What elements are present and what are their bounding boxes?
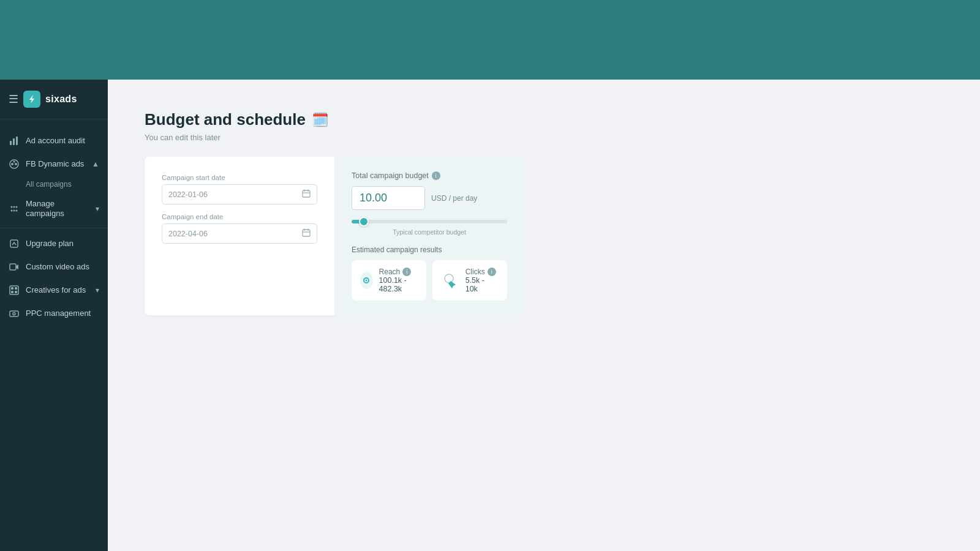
date-card: Campaign start date <box>145 157 334 315</box>
calendar-end-icon <box>302 228 311 239</box>
svg-point-6 <box>15 163 17 165</box>
svg-point-10 <box>11 209 13 211</box>
brand-name: sixads <box>45 94 77 105</box>
sidebar-item-manage-campaigns-label: Manage campaigns <box>26 199 89 218</box>
sidebar-item-custom-video-ads-label: Custom video ads <box>26 262 99 272</box>
svg-point-12 <box>16 206 18 208</box>
svg-point-5 <box>11 163 13 165</box>
campaign-end-group: Campaign end date <box>162 213 317 244</box>
sidebar-sub-item-all-campaigns[interactable]: All campaigns <box>0 176 108 193</box>
estimated-label: Estimated campaign results <box>352 246 507 254</box>
sidebar: ☰ sixads Ad account audit <box>0 80 108 551</box>
svg-point-8 <box>11 206 13 208</box>
campaign-end-input-wrapper[interactable] <box>162 223 317 244</box>
clicks-icon-wrapper <box>441 271 459 290</box>
manage-campaigns-icon <box>9 203 20 214</box>
fb-icon <box>9 159 20 170</box>
sidebar-item-custom-video-ads[interactable]: Custom video ads <box>0 255 108 279</box>
nav-divider <box>0 228 108 228</box>
budget-slider-container <box>352 220 507 223</box>
clicks-title-row: Clicks i <box>466 268 499 276</box>
results-row: Reach i 100.1k - 482.3k <box>352 260 507 301</box>
reach-icon <box>360 272 373 289</box>
sidebar-item-upgrade-plan-label: Upgrade plan <box>26 239 99 249</box>
budget-input[interactable] <box>352 186 425 210</box>
svg-marker-34 <box>448 281 456 288</box>
svg-rect-2 <box>13 138 15 145</box>
svg-rect-23 <box>303 190 310 197</box>
creatives-chevron: ▾ <box>96 286 99 294</box>
reach-info: Reach i 100.1k - 482.3k <box>379 268 418 293</box>
svg-rect-1 <box>10 141 12 145</box>
date-fields: Campaign start date <box>162 174 317 244</box>
svg-rect-14 <box>10 240 18 247</box>
svg-rect-15 <box>10 264 16 270</box>
page-title: Budget and schedule <box>145 110 306 129</box>
svg-point-22 <box>13 313 15 315</box>
reach-title: Reach <box>379 268 401 276</box>
sidebar-item-ppc-management[interactable]: PPC management <box>0 302 108 325</box>
page-title-row: Budget and schedule 🗓️ <box>145 110 943 129</box>
slider-track <box>352 220 507 223</box>
svg-point-32 <box>366 280 368 282</box>
sidebar-item-fb-dynamic-ads[interactable]: FB Dynamic ads ▲ <box>0 152 108 176</box>
budget-label: Total campaign budget <box>352 171 429 180</box>
budget-info-icon[interactable]: i <box>432 171 440 180</box>
clicks-info-icon[interactable]: i <box>488 268 496 276</box>
svg-rect-20 <box>15 291 17 293</box>
sidebar-nav: Ad account audit FB Dynamic ads ▲ All ca <box>0 119 108 551</box>
budget-panel: Total campaign budget i USD / per day Ty… <box>334 157 524 315</box>
campaign-start-label: Campaign start date <box>162 174 317 181</box>
brand-logo <box>23 91 40 108</box>
schedule-icon: 🗓️ <box>312 112 328 128</box>
reach-info-icon[interactable]: i <box>402 268 411 276</box>
campaign-end-label: Campaign end date <box>162 213 317 220</box>
sidebar-item-ad-account-audit-label: Ad account audit <box>26 136 99 146</box>
budget-unit: USD / per day <box>431 194 477 203</box>
clicks-card: Clicks i 5.5k - 10k <box>432 260 507 301</box>
reach-title-row: Reach i <box>379 268 418 276</box>
svg-rect-27 <box>303 230 310 236</box>
svg-rect-3 <box>16 137 18 145</box>
sidebar-item-creatives-for-ads-label: Creatives for ads <box>26 285 89 295</box>
clicks-title: Clicks <box>466 268 485 276</box>
svg-point-11 <box>13 209 15 211</box>
clicks-value: 5.5k - 10k <box>466 276 499 293</box>
slider-thumb[interactable] <box>359 217 369 227</box>
sidebar-item-creatives-for-ads[interactable]: Creatives for ads ▾ <box>0 279 108 302</box>
ppc-icon <box>9 308 20 319</box>
reach-value: 100.1k - 482.3k <box>379 276 418 293</box>
reach-card: Reach i 100.1k - 482.3k <box>352 260 426 301</box>
page-subtitle: You can edit this later <box>145 133 943 142</box>
fb-dynamic-chevron: ▲ <box>92 160 99 168</box>
menu-icon[interactable]: ☰ <box>9 92 18 106</box>
svg-rect-18 <box>15 287 17 290</box>
main-content: Budget and schedule 🗓️ You can edit this… <box>108 80 980 551</box>
manage-campaigns-chevron: ▾ <box>96 204 99 213</box>
clicks-info: Clicks i 5.5k - 10k <box>466 268 499 293</box>
svg-marker-0 <box>29 95 34 103</box>
svg-rect-21 <box>10 311 18 317</box>
chart-icon <box>9 135 20 146</box>
sidebar-item-fb-dynamic-label: FB Dynamic ads <box>26 159 86 169</box>
top-bar <box>0 0 980 80</box>
svg-point-7 <box>13 161 15 163</box>
sidebar-item-manage-campaigns[interactable]: Manage campaigns ▾ <box>0 193 108 224</box>
sidebar-item-ad-account-audit[interactable]: Ad account audit <box>0 129 108 152</box>
budget-input-row: USD / per day <box>352 186 507 210</box>
sidebar-header: ☰ sixads <box>0 80 108 119</box>
svg-point-13 <box>16 209 18 211</box>
svg-rect-16 <box>10 286 18 294</box>
video-icon <box>9 261 20 272</box>
campaign-start-input[interactable] <box>168 190 297 199</box>
budget-label-row: Total campaign budget i <box>352 171 507 180</box>
svg-point-33 <box>445 274 453 283</box>
campaign-start-input-wrapper[interactable] <box>162 184 317 204</box>
calendar-start-icon <box>302 189 311 200</box>
competitor-label: Typical competitor budget <box>352 228 507 236</box>
sidebar-item-upgrade-plan[interactable]: Upgrade plan <box>0 232 108 255</box>
campaign-start-group: Campaign start date <box>162 174 317 204</box>
page-header: Budget and schedule 🗓️ You can edit this… <box>145 110 943 142</box>
campaign-end-input[interactable] <box>168 230 297 238</box>
svg-point-9 <box>13 206 15 208</box>
